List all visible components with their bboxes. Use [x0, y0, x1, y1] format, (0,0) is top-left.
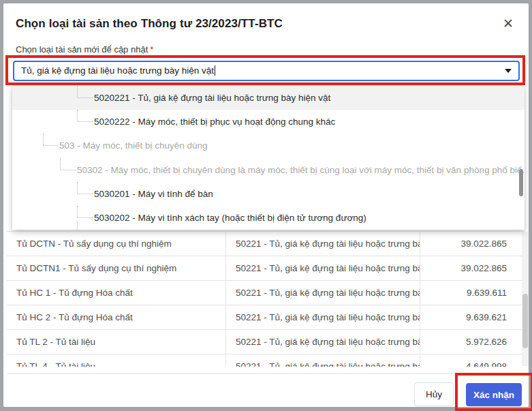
confirm-button[interactable]: Xác nhận [466, 383, 522, 406]
asset-name-cell: Tủ HC 2 - Tủ đựng Hóa chất [7, 305, 226, 329]
asset-value-cell: 39.022.865 [420, 256, 525, 280]
dropdown-option-group: 503 - Máy móc, thiết bị chuyên dùng [12, 134, 525, 157]
tree-connector-icon [77, 110, 93, 122]
table-row[interactable]: Tủ TL 2 - Tủ tài liệu 50221 - Tủ, giá kệ… [7, 330, 525, 354]
table-row[interactable]: Tủ HC 2 - Tủ đựng Hóa chất 50221 - Tủ, g… [7, 305, 525, 330]
asset-value-cell: 9.639.621 [420, 305, 525, 329]
asset-type-combobox[interactable]: Tủ, giá kệ đựng tài liệu hoặc trưng bày … [13, 61, 520, 81]
asset-name-cell: Tủ TL 4 - Tủ tài liệu [7, 354, 226, 367]
tree-connector-icon [43, 134, 58, 146]
combobox-value: Tủ, giá kệ đựng tài liệu hoặc trưng bày … [21, 62, 215, 80]
asset-name-cell: Tủ HC 1 - Tủ đựng Hóa chất [7, 281, 226, 305]
asset-type-dropdown-list: 5020221 - Tủ, giá kệ đựng tài liệu hoặc … [12, 86, 525, 230]
asset-type-cell: 50221 - Tủ, giá kệ đựng tài liệu hoặc tr… [226, 330, 420, 354]
table-row[interactable]: Tủ DCTN - Tủ sấy dụng cụ thí nghiệm 5022… [7, 232, 525, 256]
close-icon[interactable]: ✕ [500, 16, 516, 32]
dropdown-option[interactable]: 5030202 - Máy vi tính xách tay (hoặc thi… [12, 206, 525, 230]
required-asterisk: * [150, 44, 153, 55]
asset-value-cell: 9.639.611 [420, 281, 525, 305]
dropdown-option[interactable]: 5020222 - Máy móc, thiết bị phục vụ hoạt… [12, 110, 525, 134]
dropdown-option[interactable]: 5020221 - Tủ, giá kệ đựng tài liệu hoặc … [12, 86, 525, 110]
tree-connector-icon [77, 206, 93, 218]
asset-value-cell: 5.972.626 [420, 330, 525, 354]
cancel-button[interactable]: Hủy [414, 382, 454, 406]
text-cursor [215, 65, 215, 76]
tree-connector-icon [77, 86, 93, 98]
table-row[interactable]: Tủ DCTN1 - Tủ sấy dụng cụ thí nghiệm 502… [7, 256, 525, 281]
tree-connector-icon [77, 182, 93, 194]
table-row[interactable]: Tủ TL 4 - Tủ tài liệu 50221 - Tủ, giá kệ… [7, 354, 525, 367]
asset-type-dialog: Chọn loại tài sản theo Thông tư 23/2023/… [3, 3, 529, 407]
asset-name-cell: Tủ DCTN - Tủ sấy dụng cụ thí nghiệm [7, 232, 226, 256]
asset-value-cell: 4.649.998 [420, 354, 525, 367]
table-scrollbar-thumb[interactable] [522, 294, 528, 348]
asset-value-cell: 39.022.865 [420, 232, 525, 256]
asset-type-cell: 50221 - Tủ, giá kệ đựng tài liệu hoặc tr… [226, 354, 420, 367]
asset-type-cell: 50221 - Tủ, giá kệ đựng tài liệu hoặc tr… [226, 281, 420, 305]
dropdown-arrow-icon[interactable] [505, 69, 512, 73]
tree-connector-icon [60, 158, 76, 170]
asset-type-cell: 50221 - Tủ, giá kệ đựng tài liệu hoặc tr… [226, 305, 420, 329]
tree-connector-icon [77, 222, 78, 230]
asset-name-cell: Tủ DCTN1 - Tủ sấy dụng cụ thí nghiệm [7, 256, 226, 280]
asset-table: Tủ DCTN - Tủ sấy dụng cụ thí nghiệm 5022… [7, 231, 525, 367]
asset-name-cell: Tủ TL 2 - Tủ tài liệu [7, 330, 226, 354]
footer-divider [7, 374, 532, 374]
asset-type-cell: 50221 - Tủ, giá kệ đựng tài liệu hoặc tr… [226, 256, 420, 280]
dropdown-option[interactable]: 5030201 - Máy vi tính để bàn [12, 182, 525, 206]
table-row[interactable]: Tủ HC 1 - Tủ đựng Hóa chất 50221 - Tủ, g… [7, 281, 525, 305]
dropdown-option-group: 50302 - Máy móc, thiết bị chuyên dùng là… [12, 158, 525, 182]
dropdown-scrollbar[interactable] [519, 169, 523, 196]
dialog-title: Chọn loại tài sản theo Thông tư 23/2023/… [16, 17, 283, 31]
asset-type-cell: 50221 - Tủ, giá kệ đựng tài liệu hoặc tr… [226, 232, 420, 256]
field-label-text: Chọn loại tài sản mới để cập nhật [16, 44, 148, 55]
field-label: Chọn loại tài sản mới để cập nhật* [16, 44, 153, 55]
